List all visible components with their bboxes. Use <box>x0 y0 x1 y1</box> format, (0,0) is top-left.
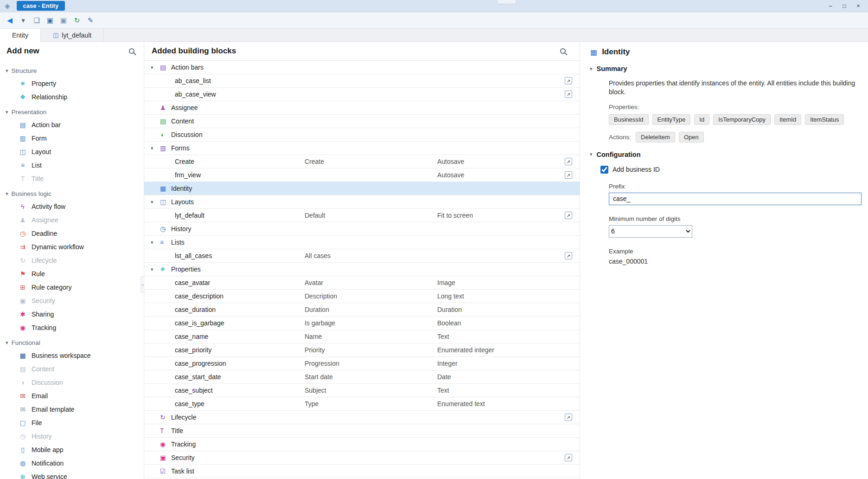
sidebar-item[interactable]: ▾ ≡ List <box>0 158 144 172</box>
open-in-new-window-icon[interactable]: ↗ <box>565 158 572 165</box>
chevron-down-icon[interactable]: ▾ <box>6 109 8 115</box>
open-in-new-window-icon[interactable]: ↗ <box>565 414 572 421</box>
panel-collapse-handle[interactable]: ‹ <box>140 276 145 293</box>
building-block-row[interactable]: ▾ case_avatar Avatar Image <box>144 276 580 290</box>
building-block-row[interactable]: ▾ lst_all_cases All cases ↗ <box>144 249 580 263</box>
min-digits-select[interactable]: 6 <box>609 225 692 238</box>
sidebar-item[interactable]: ▾ ↻ Lifecycle <box>0 253 144 267</box>
building-block-row[interactable]: ▾ ▣ Security ↗ <box>144 451 580 465</box>
building-block-row[interactable]: ▾ ab_case_list ↗ <box>144 74 580 88</box>
sidebar-item[interactable]: ▾ ❖ Relationship <box>0 90 144 104</box>
building-block-row[interactable]: ▾ ↻ Lifecycle ↗ <box>144 411 580 424</box>
save-all-button[interactable]: ▣ <box>57 14 70 26</box>
sidebar-item[interactable]: ▾ ♟ Assignee <box>0 213 144 227</box>
property-chip[interactable]: BusinessId <box>609 114 649 125</box>
sidebar-item[interactable]: ▾ Business logic <box>0 188 144 200</box>
sidebar-item[interactable]: ▾ ⚑ Rule <box>0 267 144 280</box>
sidebar-item[interactable]: ▾ ✉ Email <box>0 389 144 402</box>
open-in-new-window-icon[interactable]: ↗ <box>565 77 572 84</box>
new-document-button[interactable]: ❏ <box>31 14 43 26</box>
sidebar-item[interactable]: ▾ ◍ Notification <box>0 456 144 470</box>
titlebar-center-handle[interactable] <box>497 0 517 4</box>
sidebar-item[interactable]: ▾ ▣ Security <box>0 294 144 307</box>
building-block-row[interactable]: ▾ ▦ Identity <box>144 182 580 195</box>
building-block-row[interactable]: ▾ ≡ Lists <box>144 236 580 249</box>
chevron-down-icon[interactable]: ▾ <box>151 145 160 151</box>
chevron-down-icon[interactable]: ▾ <box>151 65 160 71</box>
building-block-row[interactable]: ▾ ▤ Action bars <box>144 61 580 74</box>
chevron-down-icon[interactable]: ▾ <box>6 68 8 74</box>
property-chip[interactable]: EntityType <box>652 114 691 125</box>
building-block-row[interactable]: ▾ T Title <box>144 424 580 438</box>
edit-button[interactable]: ✎ <box>84 14 96 26</box>
chevron-down-icon[interactable]: ▾ <box>590 151 593 157</box>
chevron-down-icon[interactable]: ▾ <box>6 191 8 197</box>
search-icon[interactable] <box>129 48 134 54</box>
action-chip[interactable]: DeleteItem <box>636 132 675 142</box>
refresh-button[interactable]: ↻ <box>71 14 83 26</box>
save-button[interactable]: ▣ <box>44 14 56 26</box>
chevron-down-icon[interactable]: ▾ <box>151 240 160 246</box>
sidebar-item[interactable]: ▾ ✱ Sharing <box>0 307 144 321</box>
sidebar-item[interactable]: ▾ ✉ Email template <box>0 402 144 416</box>
building-block-row[interactable]: ▾ case_subject Subject Text <box>144 384 580 397</box>
back-dropdown-button[interactable]: ▾ <box>17 14 29 26</box>
building-block-row[interactable]: ▾ ◉ Tracking <box>144 438 580 451</box>
sidebar-item[interactable]: ▾ ◷ History <box>0 429 144 443</box>
document-tab[interactable]: Entity <box>0 29 41 42</box>
sidebar-item[interactable]: ▾ ⊕ Web service <box>0 470 144 479</box>
document-tab[interactable]: ◫ lyt_default <box>41 29 104 41</box>
sidebar-item[interactable]: ▾ ▦ Business workspace <box>0 349 144 362</box>
search-icon[interactable] <box>560 48 566 54</box>
sidebar-item[interactable]: ▾ ◖ Discussion <box>0 375 144 389</box>
sidebar-item[interactable]: ▾ ⊞ Rule category <box>0 280 144 294</box>
open-in-new-window-icon[interactable]: ↗ <box>565 91 572 98</box>
sidebar-item[interactable]: ▾ Structure <box>0 65 144 77</box>
summary-section-header[interactable]: ▾ Summary <box>590 65 868 72</box>
building-block-row[interactable]: ▾ case_type Type Enumerated text <box>144 397 580 411</box>
building-block-row[interactable]: ▾ Create Create Autosave ↗ <box>144 155 580 168</box>
open-in-new-window-icon[interactable]: ↗ <box>565 171 572 179</box>
sidebar-item[interactable]: ▾ Presentation <box>0 106 144 118</box>
sidebar-item[interactable]: ▾ ⇉ Dynamic workflow <box>0 240 144 253</box>
open-in-new-window-icon[interactable]: ↗ <box>565 454 572 461</box>
open-in-new-window-icon[interactable]: ↗ <box>565 212 572 219</box>
back-button[interactable]: ◀ <box>4 14 16 26</box>
building-block-row[interactable]: ▾ ◷ History <box>144 222 580 236</box>
sidebar-item[interactable]: ▾ ◷ Deadline <box>0 227 144 240</box>
sidebar-item[interactable]: ▾ ◫ Layout <box>0 145 144 158</box>
minimize-button[interactable]: – <box>823 1 837 11</box>
sidebar-item[interactable]: ▾ ◉ Tracking <box>0 321 144 334</box>
building-block-row[interactable]: ▾ case_duration Duration Duration <box>144 303 580 317</box>
building-block-row[interactable]: ▾ frm_view Autosave ↗ <box>144 168 580 182</box>
sidebar-item[interactable]: ▾ ▤ Action bar <box>0 118 144 131</box>
window-document-tab[interactable]: case - Entity <box>17 1 65 11</box>
building-block-row[interactable]: ▾ ☑ Task list <box>144 465 580 478</box>
property-chip[interactable]: ItemId <box>774 114 801 125</box>
building-block-row[interactable]: ▾ ▤ Content <box>144 115 580 128</box>
building-block-row[interactable]: ▾ ◫ Layouts <box>144 195 580 209</box>
chevron-down-icon[interactable]: ▾ <box>151 266 160 272</box>
sidebar-item[interactable]: ▾ ϟ Activity flow <box>0 200 144 213</box>
building-block-row[interactable]: ▾ case_is_garbage Is garbage Boolean <box>144 317 580 330</box>
add-business-id-label[interactable]: Add business ID <box>613 166 660 173</box>
action-chip[interactable]: Open <box>679 132 704 142</box>
building-block-row[interactable]: ▾ case_start_date Start date Date <box>144 370 580 384</box>
building-block-row[interactable]: ▾ ◖ Discussion <box>144 128 580 142</box>
building-block-row[interactable]: ▾ case_progression Progression Integer <box>144 357 580 370</box>
sidebar-item[interactable]: ▾ ▤ Content <box>0 362 144 375</box>
building-block-row[interactable]: ▾ case_name Name Text <box>144 330 580 343</box>
sidebar-item[interactable]: ▾ T Title <box>0 172 144 185</box>
building-block-row[interactable]: ▾ ♟ Assignee <box>144 101 580 115</box>
property-chip[interactable]: Id <box>694 114 709 125</box>
configuration-section-header[interactable]: ▾ Configuration <box>590 151 868 158</box>
open-in-new-window-icon[interactable]: ↗ <box>565 252 572 259</box>
property-chip[interactable]: ItemStatus <box>805 114 844 125</box>
sidebar-item[interactable]: ▾ Functional <box>0 337 144 349</box>
building-block-row[interactable]: ▾ case_description Description Long text <box>144 290 580 303</box>
building-block-row[interactable]: ▾ lyt_default Default Fit to screen ↗ <box>144 209 580 222</box>
close-button[interactable]: × <box>851 1 865 11</box>
property-chip[interactable]: IsTemporaryCopy <box>713 114 771 125</box>
sidebar-item[interactable]: ▾ ✳ Property <box>0 77 144 90</box>
chevron-down-icon[interactable]: ▾ <box>151 199 160 205</box>
